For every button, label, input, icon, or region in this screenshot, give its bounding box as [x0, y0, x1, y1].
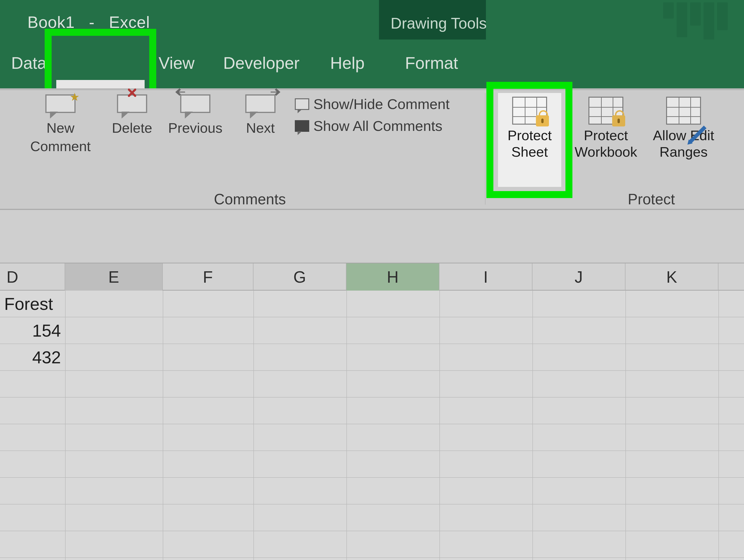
show-all-comments-label: Show All Comments: [313, 118, 442, 134]
allow-edit-label-2: Ranges: [660, 144, 708, 160]
col-border: [65, 291, 66, 560]
grid-row: [0, 398, 744, 424]
next-comment-label: Next: [237, 120, 284, 136]
col-header-G[interactable]: G: [253, 263, 346, 291]
allow-edit-label-1: Allow Edit: [653, 127, 714, 143]
protect-workbook-label-2: Workbook: [574, 144, 637, 160]
grid-row: [0, 291, 744, 317]
col-header-H[interactable]: H: [346, 263, 439, 291]
cell-D3[interactable]: 432: [0, 344, 65, 371]
show-all-comments-button[interactable]: Show All Comments: [295, 118, 442, 134]
col-border: [718, 291, 719, 560]
grid-row: [0, 451, 744, 478]
previous-comment-label: Previous: [165, 120, 226, 136]
next-comment-button[interactable]: Next: [237, 95, 284, 136]
col-border: [346, 291, 347, 560]
workbook-lock-icon: [589, 97, 623, 124]
watermark-bars: [663, 2, 728, 42]
formula-bar-area: [0, 209, 744, 263]
grid-row: [0, 531, 744, 558]
comments-group-label: Comments: [214, 191, 286, 208]
previous-comment-button[interactable]: Previous: [165, 95, 226, 136]
col-border: [625, 291, 626, 560]
speech-bubble-icon: [295, 98, 309, 110]
protect-workbook-label-1: Protect: [584, 127, 628, 143]
delete-comment-label: Delete: [107, 120, 158, 136]
show-hide-comment-label: Show/Hide Comment: [313, 96, 450, 112]
col-header-I[interactable]: I: [439, 263, 532, 291]
col-header-F[interactable]: F: [163, 263, 253, 291]
col-border: [253, 291, 254, 560]
group-separator: [485, 93, 485, 204]
cell-D2[interactable]: 154: [0, 317, 65, 344]
grid-row: [0, 505, 744, 531]
new-comment-label-2: Comment: [28, 138, 93, 154]
delete-comment-button[interactable]: Delete: [107, 95, 158, 136]
grid-row: [0, 478, 744, 505]
show-hide-comment-button[interactable]: Show/Hide Comment: [295, 96, 450, 112]
tab-developer[interactable]: Developer: [223, 53, 299, 73]
contextual-tab-label: Drawing Tools: [390, 14, 487, 32]
allow-edit-ranges-button[interactable]: Allow Edit Ranges: [649, 97, 718, 160]
tutorial-highlight-protect-sheet: [486, 82, 572, 198]
grid-row: [0, 344, 744, 371]
spreadsheet-grid[interactable]: [0, 291, 744, 560]
new-comment-label-1: New: [28, 120, 93, 136]
tab-format[interactable]: Format: [405, 53, 458, 73]
new-comment-button[interactable]: New Comment: [28, 95, 93, 154]
speech-bubble-icon: [245, 95, 275, 118]
speech-bubble-icon: [117, 95, 147, 118]
speech-bubble-icon: [45, 95, 76, 118]
grid-row: [0, 371, 744, 398]
speech-bubble-icon: [295, 120, 309, 132]
protect-group-label: Protect: [628, 191, 675, 208]
col-border: [163, 291, 163, 560]
col-header-J[interactable]: J: [532, 263, 625, 291]
grid-row: [0, 317, 744, 344]
ribbon: New Comment Delete Previous Next Show/Hi…: [0, 88, 744, 209]
tab-help[interactable]: Help: [330, 53, 365, 73]
sheet-pencil-icon: [666, 97, 701, 124]
col-header-D[interactable]: D: [0, 263, 65, 291]
speech-bubble-icon: [180, 95, 211, 118]
tab-view[interactable]: View: [158, 53, 195, 73]
col-header-K[interactable]: K: [625, 263, 718, 291]
col-border: [439, 291, 440, 560]
col-header-E[interactable]: E: [65, 263, 163, 291]
column-headers: D E F G H I J K: [0, 263, 744, 291]
protect-workbook-button[interactable]: Protect Workbook: [571, 97, 641, 160]
cell-D1[interactable]: Forest: [0, 291, 65, 317]
tab-data[interactable]: Data: [11, 53, 46, 73]
col-border: [532, 291, 533, 560]
grid-row: [0, 424, 744, 451]
